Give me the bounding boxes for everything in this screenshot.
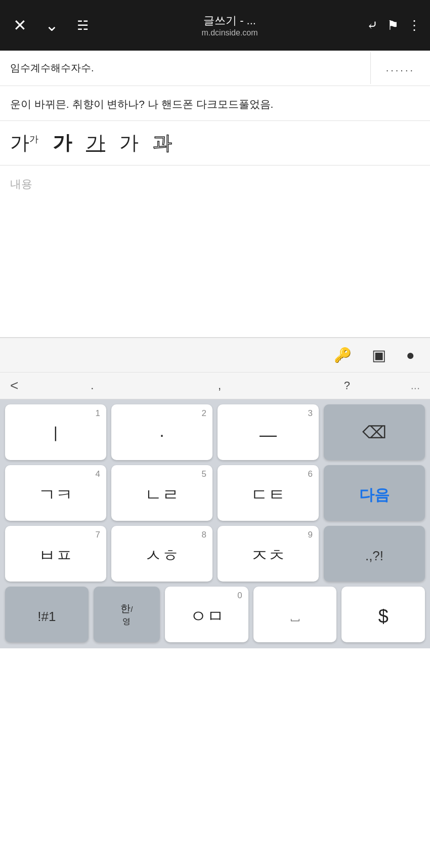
key-number: 5 [202,469,206,479]
key-punctuation[interactable]: .,?! [324,526,425,582]
key-label-dollar: $ [378,606,389,627]
key-number: 1 [96,408,100,419]
key-label: ㄴㄹ [145,483,179,507]
key-number: 6 [308,469,313,479]
key-label: — [260,425,277,444]
key-row-4: !#1 한/영 0 ㅇㅁ ⎵ $ [5,587,425,642]
page-title-area: 글쓰기 - ... m.dcinside.com [103,13,357,37]
location-icon[interactable]: ● [406,347,415,363]
key-label-han: 한/영 [120,602,133,627]
key-label: ㅈㅊ [251,544,285,567]
key-row-3: 7 ㅂㅍ 8 ㅅㅎ 9 ㅈㅊ .,?! [5,526,425,582]
card-icon[interactable]: ▣ [372,346,386,364]
bookmark-icon[interactable]: ⚑ [387,18,399,33]
suggestion-period[interactable]: . [28,379,156,392]
content-input-area[interactable]: 내용 [0,166,430,338]
autofill-bar: 🔑 ▣ ● [0,338,430,373]
key-next[interactable]: 다음 [324,465,425,521]
key-label: ㅅㅎ [145,544,179,567]
key-icon[interactable]: 🔑 [334,347,352,363]
font-selector-row: 가가 가 가 가 과 [0,121,430,166]
key-1-vertical[interactable]: 1 ㅣ [5,404,106,460]
key-symbol[interactable]: !#1 [5,587,89,642]
share-icon[interactable]: ⤶ [367,18,378,33]
font-option-underline[interactable]: 가 [86,130,105,156]
suggestion-more[interactable]: ... [411,379,420,392]
suggestions-bar: < . , ? ... [0,373,430,399]
key-label: ㄱㅋ [38,483,73,507]
key-label: ㅣ [47,423,64,446]
key-5-nl[interactable]: 5 ㄴㄹ [111,465,212,521]
key-2-dot[interactable]: 2 · [111,404,212,460]
font-option-superscript[interactable]: 가가 [10,130,38,156]
key-han-en[interactable]: 한/영 [94,587,160,642]
font-option-outline[interactable]: 과 [153,130,172,156]
top-bar: ✕ ⌄ ☵ 글쓰기 - ... m.dcinside.com ⤶ ⚑ ⋮ [0,0,430,51]
content-placeholder: 내용 [10,178,32,190]
key-label: · [159,425,164,444]
font-option-normal[interactable]: 가 [119,130,139,156]
key-label-space: ⎵ [291,608,299,625]
key-number: 3 [308,408,313,419]
chevron-down-icon[interactable]: ⌄ [41,12,63,39]
key-dollar[interactable]: $ [341,587,425,642]
key-number: 8 [202,530,206,540]
key-4-gk[interactable]: 4 ㄱㅋ [5,465,106,521]
banner-text: 운이 바뀌믄. 취향이 변하나? 나 핸드폰 다크모드풀었음. [0,86,430,121]
profile-icon[interactable]: ☵ [73,14,93,37]
key-0-om[interactable]: 0 ㅇㅁ [165,587,248,642]
suggestion-left-arrow[interactable]: < [10,378,18,394]
suggestion-question[interactable]: ? [283,379,411,392]
key-number: 7 [96,530,100,540]
key-space[interactable]: ⎵ [253,587,337,642]
key-number: 2 [202,408,206,419]
key-label: ㅇㅁ [190,605,224,628]
page-url: m.dcinside.com [201,28,257,37]
key-9-jc[interactable]: 9 ㅈㅊ [218,526,319,582]
key-7-bp[interactable]: 7 ㅂㅍ [5,526,106,582]
key-8-sh[interactable]: 8 ㅅㅎ [111,526,212,582]
key-label: ㅂㅍ [38,544,73,567]
suggestion-comma[interactable]: , [156,379,283,392]
font-option-bold[interactable]: 가 [53,130,72,156]
credentials-row: 임수계수해수자수. ...... [0,51,430,86]
key-number: 0 [237,591,242,601]
delete-icon: ⌫ [362,422,386,442]
key-label-punctuation: .,?! [365,548,383,564]
key-number: 4 [96,469,100,479]
close-icon[interactable]: ✕ [9,12,31,39]
keyboard-grid: 1 ㅣ 2 · 3 — ⌫ 4 ㄱㅋ 5 ㄴㄹ 6 ㄷㅌ 다음 [0,399,430,648]
key-label-next: 다음 [359,485,390,506]
key-row-2: 4 ㄱㅋ 5 ㄴㄹ 6 ㄷㅌ 다음 [5,465,425,521]
top-bar-actions: ⤶ ⚑ ⋮ [367,18,421,33]
key-6-dt[interactable]: 6 ㄷㅌ [218,465,319,521]
key-label: ㄷㅌ [251,483,285,507]
credentials-value[interactable]: ...... [371,53,430,83]
more-icon[interactable]: ⋮ [408,18,421,33]
key-number: 9 [308,530,313,540]
credentials-label[interactable]: 임수계수해수자수. [0,52,371,84]
key-delete[interactable]: ⌫ [324,404,425,460]
page-title: 글쓰기 - ... [203,13,256,28]
key-3-dash[interactable]: 3 — [218,404,319,460]
key-label-symbol: !#1 [37,609,56,625]
key-row-1: 1 ㅣ 2 · 3 — ⌫ [5,404,425,460]
content-area: 임수계수해수자수. ...... 운이 바뀌믄. 취향이 변하나? 나 핸드폰 … [0,51,430,338]
